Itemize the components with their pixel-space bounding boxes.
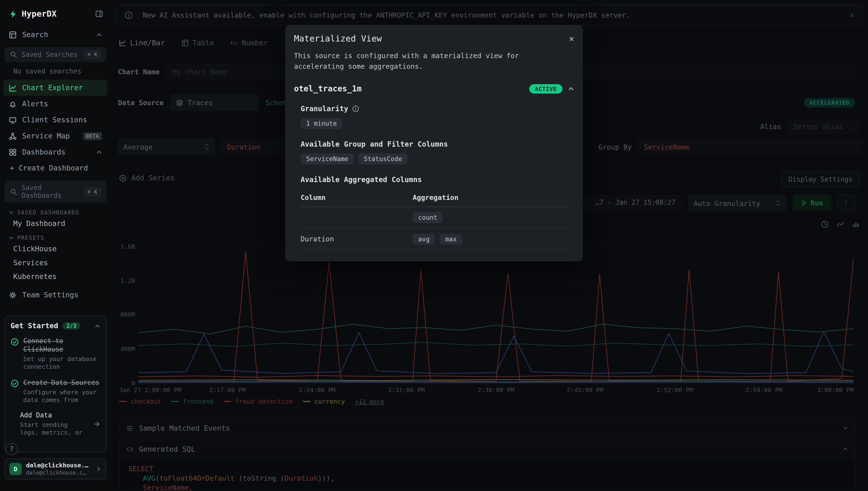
get-started-task-add-data[interactable]: Add Data Start sending logs, metrics, or <box>10 411 100 437</box>
section-label: SAVED DASHBOARDS <box>17 209 79 215</box>
materialized-view-modal: Materialized View ✕ This source is confi… <box>285 25 583 261</box>
column-cell: Duration <box>301 235 413 243</box>
gear-icon <box>9 291 17 299</box>
user-email: dale@clickhouse.c… <box>26 469 91 476</box>
sidebar-item-label: Team Settings <box>22 291 79 299</box>
sidebar-item-service-map[interactable]: Service Map BETA <box>0 128 111 144</box>
monitor-icon <box>9 116 17 124</box>
user-menu[interactable]: D dale@clickhouse.… dale@clickhouse.c… <box>4 458 106 480</box>
check-circle-icon <box>10 338 19 371</box>
aggregation-header: Aggregation <box>413 193 567 201</box>
get-started-card: Get Started 2/3 Connect to ClickHouse Se… <box>4 316 106 453</box>
saved-dashboards-placeholder: Saved Dashboards <box>22 184 80 199</box>
aggregated-columns-table: Column Aggregation count Duration avg ma… <box>301 188 568 250</box>
chevron-up-icon <box>96 149 102 155</box>
create-dashboard-label: + Create Dashboard <box>10 164 88 172</box>
granularity-label: Granularity <box>301 105 349 113</box>
app: HyperDX Search Saved Searches ⌘ K No sav… <box>0 0 868 491</box>
modal-title: Materialized View <box>294 34 569 44</box>
shortcut-kbd: ⌘ K <box>84 50 101 59</box>
saved-searches-input[interactable]: Saved Searches ⌘ K <box>4 47 106 62</box>
active-status-badge: ACTIVE <box>530 84 563 93</box>
sidebar-item-client-sessions[interactable]: Client Sessions <box>0 112 111 128</box>
saved-dashboards-section[interactable]: SAVED DASHBOARDS <box>0 205 111 216</box>
column-chip-statuscode: StatusCode <box>358 153 408 164</box>
task-title: Connect to ClickHouse <box>23 337 100 354</box>
get-started-task-sources[interactable]: Create Data Sources Configure where your… <box>10 378 100 404</box>
sidebar-item-dashboards[interactable]: Dashboards <box>0 144 111 160</box>
no-saved-searches-text: No saved searches <box>0 64 111 80</box>
chart-line-icon <box>9 84 17 92</box>
get-started-title: Get Started <box>10 322 58 330</box>
sidebar-item-team-settings[interactable]: Team Settings <box>0 287 111 303</box>
chevron-up-icon[interactable] <box>568 86 574 92</box>
brand-name: HyperDX <box>22 9 95 19</box>
saved-searches-placeholder: Saved Searches <box>22 51 80 58</box>
sidebar-item-services[interactable]: Services <box>0 256 111 270</box>
view-name: otel_traces_1m <box>294 84 524 93</box>
grid-icon <box>9 148 17 156</box>
chevron-right-icon <box>96 466 101 472</box>
chevron-down-icon <box>9 235 14 240</box>
sidebar-header: HyperDX <box>0 0 111 27</box>
bell-icon <box>9 100 17 108</box>
help-button[interactable]: ? <box>5 443 18 455</box>
get-started-task-connect[interactable]: Connect to ClickHouse Set up your databa… <box>10 337 100 371</box>
task-title: Create Data Sources <box>23 378 100 386</box>
info-icon[interactable] <box>352 105 359 112</box>
section-label: PRESETS <box>17 235 44 241</box>
aggregated-columns-label: Available Aggregated Columns <box>301 175 422 183</box>
column-header: Column <box>301 193 413 201</box>
sidebar-item-label: Dashboards <box>22 148 66 156</box>
modal-close-icon[interactable]: ✕ <box>569 34 574 44</box>
search-section-icon <box>9 31 17 38</box>
sidebar-item-label: Alerts <box>22 99 48 108</box>
task-desc: Configure where your data comes from <box>23 388 100 404</box>
chevron-up-icon <box>95 323 100 329</box>
search-icon <box>10 188 17 195</box>
create-dashboard-button[interactable]: + Create Dashboard <box>0 160 111 176</box>
arrow-right-icon <box>94 421 100 428</box>
materialized-view-row[interactable]: otel_traces_1m ACTIVE <box>294 84 574 93</box>
group-filter-columns-label: Available Group and Filter Columns <box>301 140 448 148</box>
task-desc: Set up your database connection <box>23 355 100 371</box>
sidebar-item-label: Client Sessions <box>22 116 87 124</box>
sidebar-item-label: Search <box>22 30 48 38</box>
chevron-up-icon <box>96 32 102 37</box>
task-desc: Start sending logs, metrics, or <box>20 422 89 437</box>
shortcut-kbd: ⌘ K <box>84 187 101 196</box>
column-chip-servicename: ServiceName <box>301 153 354 164</box>
sidebar-item-chart-explorer[interactable]: Chart Explorer <box>3 80 108 96</box>
aggregation-chip-avg: avg <box>413 233 435 244</box>
presets-section[interactable]: PRESETS <box>0 230 111 242</box>
avatar: D <box>9 463 22 475</box>
sidebar-item-alerts[interactable]: Alerts <box>0 96 111 112</box>
sidebar-item-my-dashboard[interactable]: My Dashboard <box>0 216 111 230</box>
aggregation-chip-max: max <box>440 233 462 244</box>
saved-dashboards-input[interactable]: Saved Dashboards ⌘ K <box>4 180 106 203</box>
chevron-down-icon <box>9 210 14 215</box>
task-icon-spacer <box>10 411 16 437</box>
modal-description: This source is configured with a materia… <box>294 50 569 72</box>
sidebar-item-kubernetes[interactable]: Kubernetes <box>0 270 111 283</box>
granularity-chip: 1 minute <box>301 118 342 129</box>
nodes-icon <box>9 132 17 140</box>
check-circle-icon <box>10 379 19 404</box>
table-row: Duration avg max <box>301 229 568 250</box>
task-title: Add Data <box>20 411 89 420</box>
user-name: dale@clickhouse.… <box>26 462 91 469</box>
aggregation-chip-count: count <box>413 212 443 223</box>
sidebar-item-clickhouse[interactable]: ClickHouse <box>0 242 111 256</box>
sidebar-item-label: Chart Explorer <box>22 84 83 92</box>
table-row: count <box>301 207 568 229</box>
get-started-header[interactable]: Get Started 2/3 <box>10 322 100 330</box>
collapse-sidebar-icon[interactable] <box>95 10 103 18</box>
beta-badge: BETA <box>83 132 102 140</box>
sidebar-item-search[interactable]: Search <box>0 27 111 43</box>
brand-bolt-icon <box>9 10 17 18</box>
get-started-progress-badge: 2/3 <box>63 322 81 329</box>
search-icon <box>10 51 17 58</box>
sidebar: HyperDX Search Saved Searches ⌘ K No sav… <box>0 0 111 491</box>
sidebar-item-label: Service Map <box>22 132 70 140</box>
